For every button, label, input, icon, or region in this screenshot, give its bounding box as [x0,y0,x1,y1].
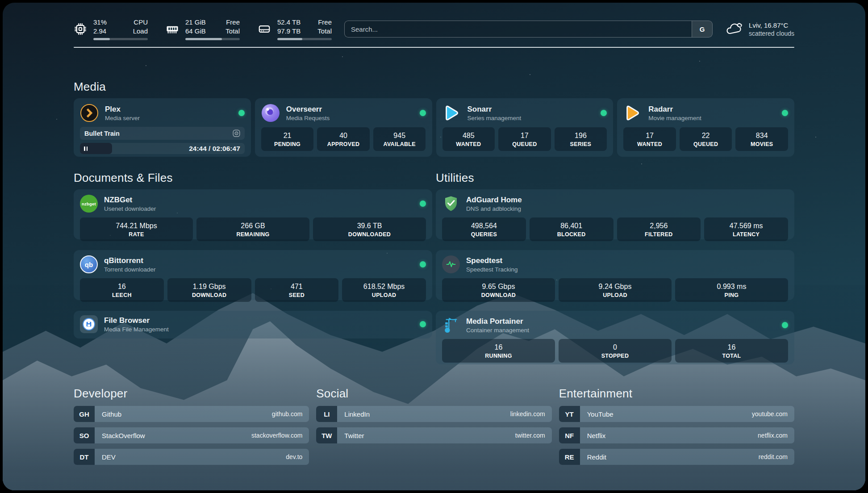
stat-block: 744.21 Mbps RATE [80,217,193,241]
stat-block: 618.52 Mbps UPLOAD [342,278,426,302]
portainer-card[interactable]: Media Portainer Container management 16 … [436,311,794,364]
stat-block: 0 STOPPED [559,339,672,363]
cpu-progress-fill [93,38,110,40]
status-dot [420,110,426,116]
overseerr-card[interactable]: Overseerr Media Requests 21 PENDING 40 A… [255,98,432,157]
now-playing-title: Bullet Train [84,130,120,137]
plex-card[interactable]: Plex Media server Bullet Train [74,98,251,157]
service-subtitle: Media Requests [286,114,330,122]
documents-column: nzbget NZBGet Usenet downloader 744.21 M… [74,189,432,364]
service-subtitle: Speedtest Tracking [466,266,518,273]
entertainment-bookmarks: YT YouTube youtube.com NF Netflix netfli… [559,406,794,465]
bookmark-name: Github [95,406,121,422]
disk-free-value: 52.4 TB [277,18,303,27]
adguard-card[interactable]: AdGuard Home DNS and adblocking 498,564 … [436,189,794,239]
status-dot [601,110,607,116]
bookmark-dev[interactable]: DT DEV dev.to [74,449,309,465]
weather-location-temp: Lviv, 16.87°C [749,21,794,29]
bookmark-stackoverflow[interactable]: SO StackOverflow stackoverflow.com [74,427,309,443]
service-title: Overseerr [286,104,330,114]
social-bookmarks: LI LinkedIn linkedin.com TW Twitter twit… [316,406,551,443]
disk-icon [258,22,271,36]
bookmark-github[interactable]: GH Github github.com [74,406,309,422]
disk-progress-track [277,38,332,40]
section-title-entertainment: Entertainment [559,387,794,401]
bookmark-url: youtube.com [752,406,794,422]
stat-block: 266 GB REMAINING [196,217,309,241]
service-subtitle: Series management [467,114,522,122]
status-dot [420,201,426,207]
service-title: Plex [105,104,140,114]
sonarr-card[interactable]: Sonarr Series management 485 WANTED 17 Q… [436,98,613,157]
speedtest-card[interactable]: Speedtest Speedtest Tracking 9.65 Gbps D… [436,250,794,300]
bookmark-abbr: RE [559,449,580,465]
stat-block: 21 PENDING [261,127,314,151]
dashboard-screen: 31% 2.94 CPU Load [3,3,865,490]
service-title: AdGuard Home [466,195,522,205]
bookmark-name: DEV [95,449,116,465]
bookmark-name: YouTube [580,406,613,422]
bookmark-name: Netflix [580,427,606,443]
radarr-card[interactable]: Radarr Movie management 17 WANTED 22 QUE… [617,98,794,157]
bookmark-url: linkedin.com [510,406,552,422]
stat-block: 9.65 Gbps DOWNLOAD [442,278,555,302]
developer-bookmarks: GH Github github.com SO StackOverflow st… [74,406,309,465]
bookmark-netflix[interactable]: NF Netflix netflix.com [559,427,794,443]
bookmark-name: StackOverflow [95,427,145,443]
filebrowser-card[interactable]: File Browser Media File Management [74,311,432,338]
bookmark-abbr: GH [74,406,95,422]
disk-total-label: Total [313,27,332,36]
bookmark-url: stackoverflow.com [251,427,309,443]
stat-block: 945 AVAILABLE [373,127,426,151]
memory-progress-track [185,38,240,40]
stat-block: 834 MOVIES [735,127,788,151]
section-title-social: Social [316,387,551,401]
stat-block: 47.569 ms LATENCY [704,217,788,241]
now-playing-view-icon [233,130,240,137]
resource-widgets: 31% 2.94 CPU Load [74,18,332,40]
bookmark-youtube[interactable]: YT YouTube youtube.com [559,406,794,422]
now-playing-row: Bullet Train [80,127,245,140]
adguard-icon [442,195,460,213]
service-subtitle: DNS and adblocking [466,205,522,213]
pause-icon [84,146,88,151]
service-subtitle: Torrent downloader [104,266,156,273]
bookmark-linkedin[interactable]: LI LinkedIn linkedin.com [316,406,551,422]
bookmark-name: Twitter [337,427,364,443]
nzbget-card[interactable]: nzbget NZBGet Usenet downloader 744.21 M… [74,189,432,239]
bookmark-name: LinkedIn [337,406,370,422]
bookmark-twitter[interactable]: TW Twitter twitter.com [316,427,551,443]
filebrowser-icon [80,315,98,333]
service-title: Speedtest [466,256,518,265]
bookmark-abbr: LI [316,406,337,422]
stat-block: 16 RUNNING [442,339,555,363]
snow-specks [3,3,4,4]
service-subtitle: Usenet downloader [104,205,156,213]
bookmark-url: github.com [272,406,309,422]
memory-total-value: 64 GiB [185,27,211,36]
stat-block: 17 WANTED [623,127,676,151]
search-bar: G [344,21,713,38]
memory-total-label: Total [221,27,240,36]
plex-icon [80,104,99,122]
media-cards: Plex Media server Bullet Train [74,98,794,157]
sonarr-icon [442,104,461,122]
qbittorrent-card[interactable]: qb qBittorrent Torrent downloader 16 LEE… [74,250,432,300]
cpu-icon [74,22,87,36]
status-dot [238,110,245,116]
search-provider-button[interactable]: G [692,21,712,37]
stat-block: 471 SEED [255,278,339,302]
weather-condition: scattered clouds [749,29,794,38]
stat-block: 17 QUEUED [498,127,551,151]
bookmark-abbr: TW [316,427,337,443]
playback-progress-fill [80,143,112,154]
service-title: File Browser [104,316,169,325]
nzbget-icon: nzbget [80,195,98,213]
service-title: Media Portainer [466,317,529,326]
service-title: Sonarr [467,104,522,114]
search-input[interactable] [345,21,692,37]
portainer-icon [442,316,460,334]
cpu-load-label: Load [129,27,148,36]
bookmark-reddit[interactable]: RE Reddit reddit.com [559,449,794,465]
section-title-media: Media [74,80,794,94]
